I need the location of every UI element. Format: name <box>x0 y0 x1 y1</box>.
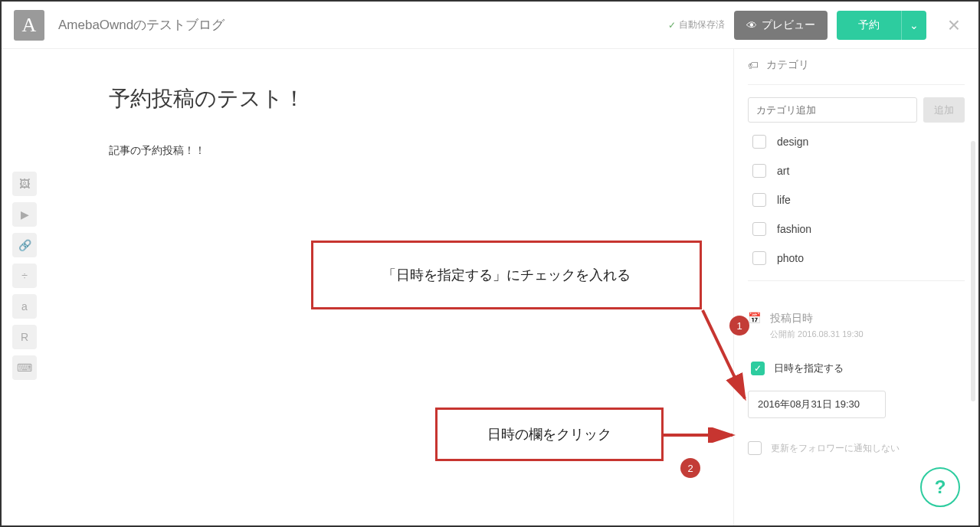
date-toggle-checkbox[interactable]: ✓ <box>751 362 765 375</box>
check-icon: ✓ <box>668 20 676 31</box>
eye-icon: 👁 <box>746 19 757 31</box>
annotation-1: 「日時を指定する」にチェックを入れる <box>311 241 702 309</box>
date-title: 投稿日時 <box>770 312 864 326</box>
chevron-down-icon: ⌄ <box>910 19 919 31</box>
checkbox[interactable] <box>752 193 766 207</box>
post-body[interactable]: 記事の予約投稿！！ <box>109 144 703 158</box>
autosave-status: ✓ 自動保存済 <box>668 18 725 31</box>
help-icon: ? <box>935 476 946 498</box>
date-toggle-row[interactable]: ✓ 日時を指定する <box>751 362 965 375</box>
notify-toggle-row[interactable]: 更新をフォロワーに通知しない <box>748 441 965 455</box>
checkbox[interactable] <box>752 222 766 236</box>
date-subtitle: 公開前 2016.08.31 19:30 <box>770 329 864 340</box>
html-tool-button[interactable]: ⌨ <box>12 355 37 380</box>
link-tool-button[interactable]: 🔗 <box>12 233 37 257</box>
rakuten-tool-button[interactable]: R <box>12 325 37 349</box>
notify-checkbox[interactable] <box>748 441 762 455</box>
category-add-button[interactable]: 追加 <box>923 97 965 123</box>
post-title[interactable]: 予約投稿のテスト！ <box>109 84 703 113</box>
date-toggle-label: 日時を指定する <box>774 362 844 375</box>
close-icon: × <box>948 13 960 38</box>
autosave-label: 自動保存済 <box>679 18 725 31</box>
header: A AmebaOwndのテストブログ ✓ 自動保存済 👁 プレビュー 予約 ⌄ … <box>2 2 978 49</box>
category-input-row: 追加 <box>748 97 965 123</box>
divider-icon: ÷ <box>21 270 28 282</box>
html-icon: ⌨ <box>17 362 32 374</box>
date-input[interactable]: 2016年08月31日 19:30 <box>748 391 886 418</box>
right-panel: 🏷 カテゴリ 追加 design art life fashion photo … <box>733 49 978 525</box>
schedule-button-group: 予約 ⌄ <box>837 11 926 40</box>
list-item[interactable]: life <box>752 193 965 207</box>
date-header-text: 投稿日時 公開前 2016.08.31 19:30 <box>770 312 864 340</box>
annotation-badge-1: 1 <box>729 316 749 336</box>
preview-button[interactable]: 👁 プレビュー <box>734 11 828 40</box>
image-tool-button[interactable]: 🖼 <box>12 172 37 196</box>
list-item[interactable]: art <box>752 164 965 178</box>
annotation-badge-2: 2 <box>680 458 700 478</box>
header-actions: ✓ 自動保存済 👁 プレビュー 予約 ⌄ × <box>668 11 966 40</box>
category-section: 🏷 カテゴリ 追加 design art life fashion photo <box>748 58 965 265</box>
editor-toolbar: 🖼 ▶ 🔗 ÷ a R ⌨ <box>2 49 48 525</box>
amazon-icon: a <box>21 300 28 313</box>
close-button[interactable]: × <box>942 13 966 38</box>
blog-title: AmebaOwndのテストブログ <box>58 16 225 34</box>
divider <box>748 280 965 281</box>
rakuten-icon: R <box>21 331 28 343</box>
notify-label: 更新をフォロワーに通知しない <box>771 442 900 455</box>
list-item[interactable]: design <box>752 135 965 149</box>
checkbox[interactable] <box>752 135 766 149</box>
category-input[interactable] <box>748 97 917 123</box>
checkbox[interactable] <box>752 251 766 265</box>
amazon-tool-button[interactable]: a <box>12 294 37 319</box>
category-label: design <box>777 136 808 148</box>
category-title: カテゴリ <box>766 58 809 72</box>
tag-icon: 🏷 <box>748 59 759 71</box>
schedule-dropdown-button[interactable]: ⌄ <box>901 11 926 40</box>
logo-icon: A <box>14 10 44 41</box>
divider <box>748 84 965 85</box>
arrow-2-icon <box>662 427 739 443</box>
image-icon: 🖼 <box>19 178 30 190</box>
category-header: 🏷 カテゴリ <box>748 58 965 72</box>
date-section: 📅 投稿日時 公開前 2016.08.31 19:30 ✓ 日時を指定する 20… <box>748 312 965 455</box>
category-list: design art life fashion photo <box>748 135 965 265</box>
category-label: art <box>777 165 789 177</box>
category-label: life <box>777 194 791 206</box>
help-button[interactable]: ? <box>920 467 960 507</box>
divider-tool-button[interactable]: ÷ <box>12 264 37 288</box>
annotation-2: 日時の欄をクリック <box>435 408 664 461</box>
video-icon: ▶ <box>21 208 29 221</box>
schedule-button[interactable]: 予約 <box>837 11 901 40</box>
link-icon: 🔗 <box>18 239 31 251</box>
content: 予約投稿のテスト！ 記事の予約投稿！！ <box>109 49 703 158</box>
category-label: photo <box>777 252 804 264</box>
scrollbar[interactable] <box>971 141 975 401</box>
list-item[interactable]: fashion <box>752 222 965 236</box>
date-header: 📅 投稿日時 公開前 2016.08.31 19:30 <box>748 312 965 340</box>
preview-label: プレビュー <box>762 18 815 32</box>
list-item[interactable]: photo <box>752 251 965 265</box>
video-tool-button[interactable]: ▶ <box>12 202 37 227</box>
checkbox[interactable] <box>752 164 766 178</box>
category-label: fashion <box>777 223 811 235</box>
